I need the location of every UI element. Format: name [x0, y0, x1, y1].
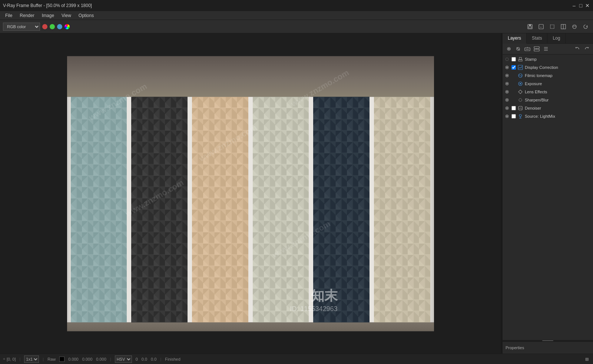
svg-text:+: + — [540, 26, 542, 29]
region-render-button[interactable] — [548, 22, 557, 31]
menu-file[interactable]: File — [1, 12, 16, 19]
split-view-button[interactable] — [559, 22, 568, 31]
zoom-select[interactable]: 1x1 2x2 — [24, 355, 39, 363]
tile-col-4 — [253, 97, 309, 323]
panel-tabs: Layers Stats Log — [503, 33, 593, 44]
status-finished: Finished — [165, 357, 180, 361]
blue-dot[interactable] — [57, 24, 62, 29]
layer-filmic-vis[interactable] — [504, 73, 510, 79]
col-divider-4 — [309, 97, 313, 323]
layer-lightmix-check[interactable] — [511, 114, 516, 118]
menu-options[interactable]: Options — [75, 12, 97, 19]
color-correction-button[interactable] — [570, 22, 579, 31]
layer-stamp-check[interactable] — [511, 57, 516, 61]
layer-redo-button[interactable] — [583, 45, 591, 53]
layer-stamp-name: Stamp — [525, 57, 592, 61]
layer-list-button[interactable] — [542, 45, 550, 53]
tab-stats[interactable]: Stats — [527, 33, 547, 43]
layer-undo-button[interactable] — [573, 45, 582, 53]
layer-sharpen-vis[interactable] — [504, 97, 510, 103]
svg-rect-29 — [253, 97, 309, 323]
layer-display-correction-name: Display Correction — [525, 65, 592, 70]
status-expand-button[interactable]: ▤ — [583, 356, 590, 363]
green-dot[interactable] — [50, 24, 55, 29]
layer-lightmix-name: Source: LightMix — [525, 114, 592, 118]
layer-lightmix-vis[interactable] — [504, 113, 510, 119]
svg-rect-48 — [534, 49, 539, 51]
layer-lightmix-icon — [517, 113, 523, 119]
svg-point-79 — [506, 107, 508, 109]
properties-section: Properties — [503, 341, 593, 354]
title-text: V-Ray Frame Buffer - [50.0% of 2399 x 18… — [3, 3, 92, 8]
reset-button[interactable] — [581, 22, 590, 31]
layer-stamp[interactable]: Stamp — [503, 55, 593, 63]
svg-rect-1 — [529, 24, 531, 26]
layer-display-correction-check[interactable] — [511, 65, 516, 70]
save-button[interactable] — [526, 22, 534, 31]
svg-rect-47 — [534, 47, 539, 49]
layer-stamp-icon — [517, 56, 523, 62]
svg-point-65 — [506, 83, 508, 84]
layer-sharpen-blur[interactable]: Sharpen/Blur — [503, 96, 593, 104]
layer-lens-name: Lens Effects — [525, 90, 592, 94]
layer-denoiser-vis[interactable] — [504, 105, 510, 111]
layer-lens-vis[interactable] — [504, 89, 510, 95]
status-coords: ⌖ [0, 0] — [3, 357, 16, 361]
menu-bar: File Render Image View Options — [0, 11, 593, 20]
wheel-icon[interactable] — [64, 24, 70, 29]
main-area: www.znzmo.com www.znzmo.com www.znzmo.co… — [0, 33, 593, 354]
svg-point-69 — [506, 91, 508, 93]
tile-col-2 — [131, 97, 188, 323]
svg-rect-34 — [313, 97, 370, 323]
save-increment-button[interactable]: + — [537, 22, 546, 31]
close-button[interactable]: ✕ — [585, 3, 590, 8]
toolbar-icons: + — [526, 22, 590, 31]
layer-denoiser-name: Denoiser — [525, 106, 592, 110]
tab-layers[interactable]: Layers — [503, 33, 527, 44]
svg-point-83 — [519, 114, 521, 117]
tile-col-5 — [313, 97, 370, 323]
layer-display-correction[interactable]: Display Correction — [503, 63, 593, 71]
layer-hide-all-button[interactable] — [514, 45, 522, 53]
layer-show-all-button[interactable] — [505, 45, 513, 53]
svg-point-55 — [506, 58, 508, 61]
menu-view[interactable]: View — [58, 12, 75, 19]
layer-exposure[interactable]: Exposure — [503, 80, 593, 88]
status-bar: ⌖ [0, 0] | 1x1 2x2 | Raw 0.000 0.000 0.0… — [0, 354, 593, 364]
menu-image[interactable]: Image — [38, 12, 58, 19]
restore-button[interactable]: □ — [578, 3, 583, 8]
channel-select[interactable]: RGB color Alpha Luminance — [3, 23, 40, 31]
layer-denoiser-icon — [517, 105, 523, 111]
layer-denoiser[interactable]: Denoiser — [503, 104, 593, 112]
status-colorspace[interactable]: HSV RGB — [115, 355, 132, 363]
svg-point-76 — [506, 99, 508, 101]
tile-col-1 — [71, 97, 127, 323]
toolbar: RGB color Alpha Luminance + — [0, 20, 593, 33]
status-zoom[interactable]: 1x1 2x2 — [24, 355, 39, 363]
svg-point-82 — [506, 116, 508, 117]
layer-lens-effects[interactable]: Lens Effects — [503, 88, 593, 96]
svg-rect-14 — [71, 97, 127, 323]
layer-exposure-vis[interactable] — [504, 81, 510, 87]
minimize-button[interactable]: – — [572, 3, 577, 8]
colorspace-select[interactable]: HSV RGB — [115, 355, 132, 363]
col-divider-5 — [370, 97, 374, 323]
layer-display-correction-vis[interactable] — [504, 64, 510, 70]
layer-add-button[interactable] — [523, 45, 531, 53]
render-area[interactable]: www.znzmo.com www.znzmo.com www.znzmo.co… — [0, 33, 501, 354]
tab-log[interactable]: Log — [547, 33, 566, 43]
coords-value: [0, 0] — [7, 357, 16, 361]
svg-rect-2 — [529, 27, 531, 28]
window-controls: – □ ✕ — [572, 3, 590, 8]
layer-filmic-tonemap[interactable]: Filmic tonemap — [503, 71, 593, 80]
layer-source-lightmix[interactable]: Source: LightMix — [503, 112, 593, 120]
g-value: 0.000 — [82, 357, 93, 361]
svg-rect-24 — [192, 97, 248, 323]
menu-render[interactable]: Render — [16, 12, 38, 19]
floor — [67, 323, 434, 331]
layer-merge-button[interactable] — [533, 45, 541, 53]
wall-area — [67, 97, 434, 323]
red-dot[interactable] — [42, 24, 47, 29]
layer-stamp-vis[interactable] — [504, 56, 510, 62]
layer-denoiser-check[interactable] — [511, 106, 516, 110]
